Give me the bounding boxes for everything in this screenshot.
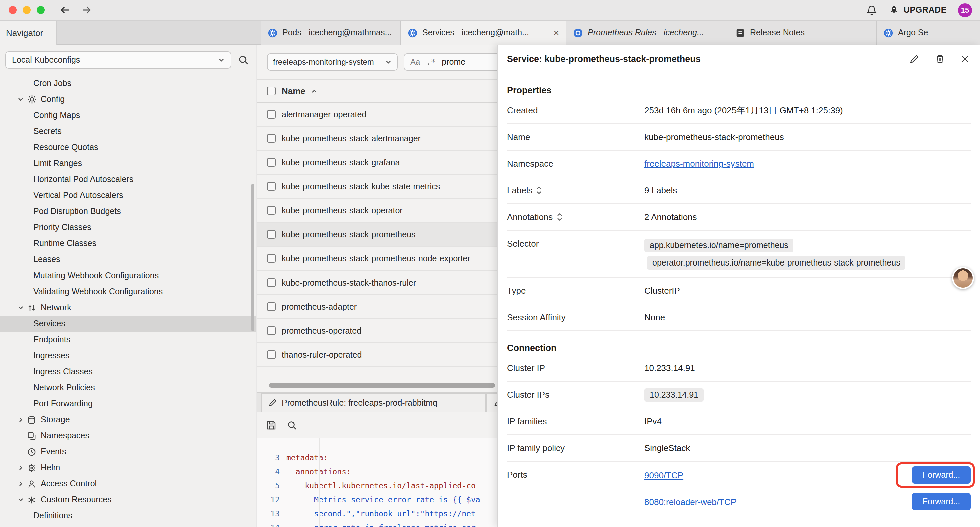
upgrade-button[interactable]: UPGRADE — [889, 5, 947, 15]
name-column-header[interactable]: Name — [282, 86, 305, 96]
forward-port-button[interactable]: Forward... — [912, 493, 970, 510]
kubeconfig-selector[interactable]: Local Kubeconfigs — [5, 51, 231, 69]
table-row[interactable]: thanos-ruler-operated — [257, 343, 497, 367]
close-tab-icon[interactable]: × — [554, 28, 559, 37]
chevron-down-icon[interactable] — [18, 96, 26, 103]
expand-collapse-icon[interactable] — [536, 186, 543, 195]
sidebar-item-config-maps[interactable]: Config Maps — [0, 107, 256, 123]
sidebar-item-mutating-webhook-configurations[interactable]: Mutating Webhook Configurations — [0, 267, 256, 283]
sidebar-item-priority-classes[interactable]: Priority Classes — [0, 220, 256, 236]
chevron-down-icon[interactable] — [18, 496, 26, 503]
row-checkbox[interactable] — [267, 278, 275, 287]
table-row[interactable]: prometheus-adapter — [257, 295, 497, 319]
row-checkbox[interactable] — [267, 206, 275, 215]
row-checkbox[interactable] — [267, 158, 275, 167]
editor-tab-partial[interactable] — [486, 393, 497, 412]
sidebar-item-runtime-classes[interactable]: Runtime Classes — [0, 236, 256, 252]
close-panel-icon[interactable] — [961, 54, 969, 63]
sidebar-search-icon[interactable] — [238, 55, 249, 65]
sidebar-item-leases[interactable]: Leases — [0, 252, 256, 267]
namespace-link[interactable]: freeleaps-monitoring-system — [644, 159, 754, 169]
table-row[interactable]: kube-prometheus-stack-alertmanager — [257, 127, 497, 151]
list-search-input[interactable]: Aa .* prome — [404, 53, 497, 71]
chevron-right-icon[interactable] — [18, 464, 26, 471]
row-checkbox[interactable] — [267, 230, 275, 239]
avatar[interactable] — [952, 267, 974, 289]
sidebar-item-horizontal-pod-autoscalers[interactable]: Horizontal Pod Autoscalers — [0, 172, 256, 188]
notification-count-badge[interactable]: 15 — [958, 3, 972, 17]
sidebar-item-resource-quotas[interactable]: Resource Quotas — [0, 139, 256, 155]
row-checkbox[interactable] — [267, 134, 275, 143]
table-row[interactable]: alertmanager-operated — [257, 103, 497, 127]
sidebar-item-cron-jobs[interactable]: Cron Jobs — [0, 75, 256, 91]
horizontal-scrollbar[interactable] — [269, 383, 495, 388]
sidebar-item-network-policies[interactable]: Network Policies — [0, 380, 256, 396]
editor-tab-prometheusrule[interactable]: PrometheusRule: freeleaps-prod-rabbitmq — [261, 393, 486, 412]
forward-icon[interactable] — [81, 5, 92, 15]
delete-trash-icon[interactable] — [935, 54, 945, 64]
sidebar-item-events[interactable]: Events — [0, 444, 256, 460]
sidebar-item-port-forwarding[interactable]: Port Forwarding — [0, 396, 256, 412]
editor-search-icon[interactable] — [287, 420, 297, 430]
table-row[interactable]: kube-prometheus-stack-thanos-ruler — [257, 271, 497, 295]
sidebar-item-storage[interactable]: Storage — [0, 412, 256, 428]
chevron-right-icon[interactable] — [18, 480, 26, 487]
sidebar-item-ingresses[interactable]: Ingresses — [0, 347, 256, 363]
port-link[interactable]: 8080:reloader-web/TCP — [644, 497, 737, 507]
helm-wheel-icon — [27, 463, 37, 472]
row-checkbox[interactable] — [267, 350, 275, 359]
save-icon[interactable] — [266, 420, 276, 430]
sidebar-item-access-control[interactable]: Access Control — [0, 476, 256, 492]
row-checkbox[interactable] — [267, 182, 275, 191]
minimize-window-button[interactable] — [23, 6, 31, 14]
sidebar-scrollbar[interactable] — [251, 184, 254, 331]
tab-release-notes[interactable]: Release Notes — [729, 21, 877, 45]
sidebar-item-vertical-pod-autoscalers[interactable]: Vertical Pod Autoscalers — [0, 188, 256, 204]
namespace-filter-dropdown[interactable]: freeleaps-monitoring-system — [267, 53, 398, 71]
table-row[interactable]: kube-prometheus-stack-operator — [257, 199, 497, 223]
row-checkbox[interactable] — [267, 110, 275, 119]
sidebar-item-endpoints[interactable]: Endpoints — [0, 331, 256, 347]
sidebar-item-custom-resources[interactable]: Custom Resources — [0, 492, 256, 508]
port-link[interactable]: 9090/TCP — [644, 470, 684, 480]
table-row[interactable]: kube-prometheus-stack-grafana — [257, 151, 497, 175]
row-checkbox[interactable] — [267, 302, 275, 311]
forward-port-button[interactable]: Forward... — [912, 466, 970, 484]
expand-collapse-icon[interactable] — [556, 213, 563, 221]
sidebar-item-config[interactable]: Config — [0, 91, 256, 107]
services-list-panel: freeleaps-monitoring-system Aa .* prome … — [257, 45, 497, 527]
sidebar-item-network[interactable]: Network — [0, 299, 256, 315]
tab-pods[interactable]: Pods - icecheng@mathmas... — [261, 21, 401, 45]
chevron-down-icon[interactable] — [18, 304, 26, 311]
table-row[interactable]: kube-prometheus-stack-kube-state-metrics — [257, 175, 497, 199]
regex-toggle[interactable]: .* — [426, 57, 436, 67]
sidebar-item-helm[interactable]: Helm — [0, 460, 256, 476]
sidebar-item-ingress-classes[interactable]: Ingress Classes — [0, 363, 256, 380]
sort-ascending-icon[interactable] — [311, 88, 318, 94]
sidebar-item-limit-ranges[interactable]: Limit Ranges — [0, 155, 256, 172]
close-window-button[interactable] — [9, 6, 17, 14]
yaml-editor[interactable]: 3metadata: 4 annotations: 5 kubectl.kube… — [257, 438, 497, 527]
table-row-selected[interactable]: kube-prometheus-stack-prometheus — [257, 223, 497, 247]
row-checkbox[interactable] — [267, 326, 275, 335]
notifications-bell-icon[interactable] — [866, 4, 878, 16]
select-all-checkbox[interactable] — [267, 87, 275, 96]
tab-prometheus-rules[interactable]: Prometheus Rules - icecheng... — [566, 21, 729, 45]
zoom-window-button[interactable] — [37, 6, 45, 14]
sidebar-item-definitions[interactable]: Definitions — [0, 508, 256, 524]
row-checkbox[interactable] — [267, 254, 275, 263]
match-case-toggle[interactable]: Aa — [410, 57, 420, 67]
table-row[interactable]: kube-prometheus-stack-prometheus-node-ex… — [257, 247, 497, 271]
sidebar-item-validating-webhook-configurations[interactable]: Validating Webhook Configurations — [0, 283, 256, 299]
sidebar-item-services[interactable]: Services — [0, 315, 256, 331]
chevron-right-icon[interactable] — [18, 416, 26, 423]
tab-services[interactable]: Services - icecheng@math... × — [401, 21, 566, 45]
table-row[interactable]: prometheus-operated — [257, 319, 497, 343]
sidebar-item-namespaces[interactable]: Namespaces — [0, 428, 256, 444]
sidebar-item-pod-disruption-budgets[interactable]: Pod Disruption Budgets — [0, 204, 256, 220]
sidebar-item-secrets[interactable]: Secrets — [0, 123, 256, 139]
edit-icon[interactable] — [909, 54, 919, 64]
back-icon[interactable] — [59, 5, 70, 15]
tab-argo[interactable]: Argo Se — [877, 21, 980, 45]
tab-label: Prometheus Rules - icecheng... — [588, 28, 721, 37]
